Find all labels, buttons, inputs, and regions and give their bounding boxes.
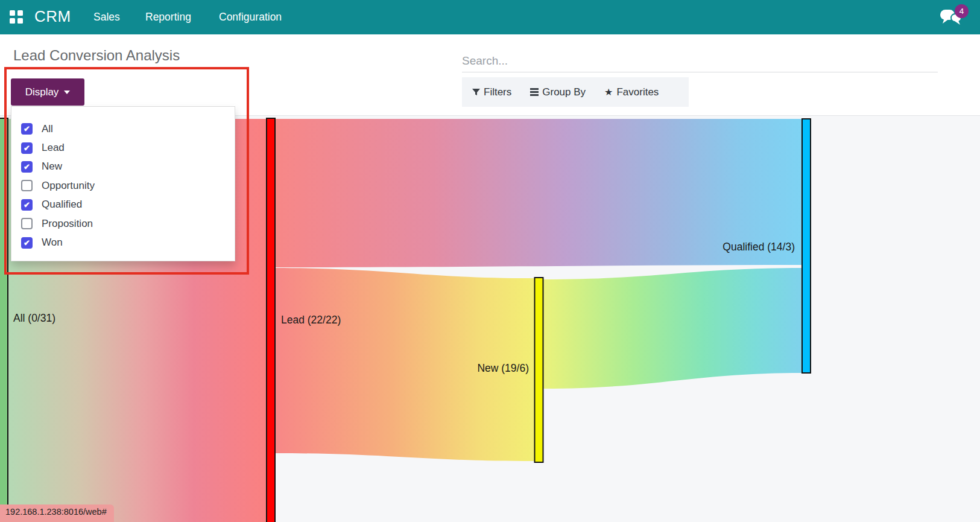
display-dropdown-menu: All Lead New Opportunity Qualified Propo… <box>11 106 235 261</box>
dropdown-item-opportunity[interactable]: Opportunity <box>21 176 235 195</box>
search-box <box>462 49 938 72</box>
search-input[interactable] <box>462 49 938 72</box>
group-by-button[interactable]: Group By <box>530 86 586 98</box>
node-all[interactable] <box>0 118 8 522</box>
crm-app-window: { "navbar": { "brand": "CRM", "menu": { … <box>0 0 980 522</box>
filters-label: Filters <box>484 86 511 98</box>
star-icon: ★ <box>604 86 613 98</box>
checkbox-icon[interactable] <box>21 123 33 135</box>
dropdown-item-label: Proposition <box>42 218 93 230</box>
checkbox-icon[interactable] <box>21 161 33 173</box>
dropdown-item-label: Won <box>42 237 63 249</box>
checkbox-icon[interactable] <box>21 142 33 154</box>
dropdown-item-qualified[interactable]: Qualified <box>21 196 235 214</box>
favorites-label: Favorites <box>616 86 659 98</box>
group-by-label: Group By <box>542 86 586 98</box>
checkbox-icon[interactable] <box>21 237 33 249</box>
nav-item-configuration[interactable]: Configuration <box>219 11 282 24</box>
app-brand[interactable]: CRM <box>34 7 71 26</box>
node-qualified[interactable] <box>802 119 811 373</box>
filter-toolbar: Filters Group By ★ Favorites <box>462 77 689 107</box>
dropdown-item-label: New <box>42 161 62 173</box>
dropdown-item-proposition[interactable]: Proposition <box>21 214 235 233</box>
filters-button[interactable]: Filters <box>472 86 511 98</box>
node-label-new: New (19/6) <box>477 362 529 374</box>
dropdown-item-label: Opportunity <box>42 180 95 192</box>
dropdown-item-all[interactable]: All <box>21 119 235 138</box>
dropdown-item-label: Lead <box>42 142 65 154</box>
chevron-down-icon <box>64 91 70 94</box>
checkbox-icon[interactable] <box>21 199 33 211</box>
flow-new-to-qualified[interactable] <box>543 268 802 389</box>
apps-menu-icon[interactable] <box>10 10 23 24</box>
node-label-all: All (0/31) <box>13 312 55 324</box>
display-dropdown-button[interactable]: Display <box>11 78 84 106</box>
dropdown-item-new[interactable]: New <box>21 158 235 176</box>
favorites-button[interactable]: ★ Favorites <box>604 86 659 98</box>
nav-item-reporting[interactable]: Reporting <box>145 11 191 24</box>
checkbox-icon[interactable] <box>21 218 33 229</box>
group-by-icon <box>530 87 539 98</box>
dropdown-item-label: Qualified <box>42 199 82 211</box>
dropdown-item-won[interactable]: Won <box>21 233 235 252</box>
node-label-lead: Lead (22/22) <box>281 314 341 326</box>
messages-count-badge[interactable]: 4 <box>955 4 969 18</box>
display-button-label: Display <box>25 86 59 98</box>
node-label-qualified: Qualified (14/3) <box>722 241 795 253</box>
nav-item-sales[interactable]: Sales <box>93 11 120 24</box>
funnel-icon <box>472 88 480 96</box>
node-new[interactable] <box>535 278 543 462</box>
node-lead[interactable] <box>267 118 275 522</box>
status-bar-url: 192.168.1.238:8016/web# <box>0 504 114 522</box>
dropdown-item-label: All <box>42 123 53 135</box>
dropdown-item-lead[interactable]: Lead <box>21 138 235 157</box>
top-navbar: CRM Sales Reporting Configuration 4 <box>0 0 980 34</box>
page-title: Lead Conversion Analysis <box>13 47 180 64</box>
checkbox-icon[interactable] <box>21 180 33 191</box>
